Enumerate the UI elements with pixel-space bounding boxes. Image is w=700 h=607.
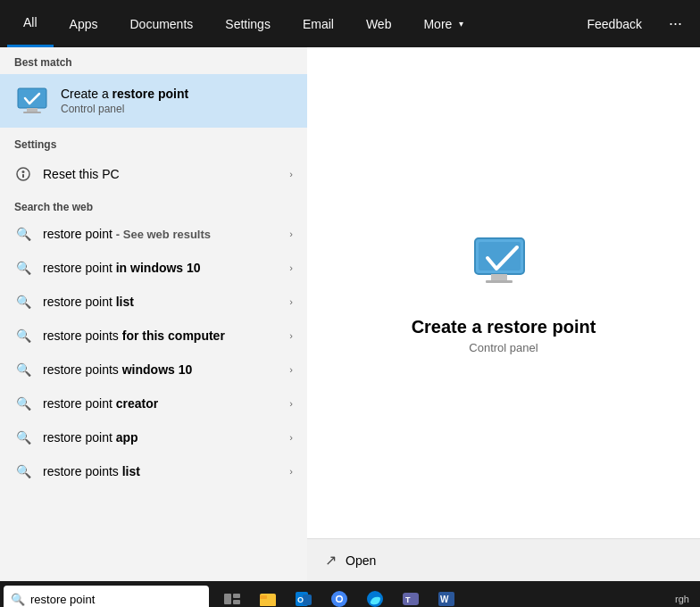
svg-rect-12	[233, 600, 240, 604]
svg-text:T: T	[405, 595, 411, 604]
tab-web[interactable]: Web	[350, 0, 408, 47]
main-content: Best match Create a restore point Contro…	[0, 47, 700, 581]
chevron-right-icon-4: ›	[289, 364, 293, 375]
reset-pc-label: Reset this PC	[43, 167, 120, 181]
search-icon-0: 🔍	[14, 225, 32, 243]
right-panel-title: Create a restore point	[412, 317, 596, 337]
settings-label: Settings	[0, 129, 307, 156]
chevron-right-icon-1: ›	[289, 262, 293, 273]
svg-rect-15	[260, 595, 267, 599]
search-icon-2: 🔍	[14, 293, 32, 311]
chevron-right-icon-7: ›	[289, 466, 293, 477]
taskbar-icons: O T W	[216, 583, 462, 607]
search-icon-5: 🔍	[14, 395, 32, 412]
svg-rect-10	[224, 594, 231, 604]
taskbar-teams-icon[interactable]: T	[395, 583, 427, 607]
search-icon-3: 🔍	[14, 327, 32, 345]
chevron-right-icon-3: ›	[289, 330, 293, 341]
web-item-6[interactable]: 🔍 restore point app ›	[0, 420, 307, 454]
right-panel: Create a restore point Control panel ↗ O…	[307, 47, 700, 581]
taskbar-chrome-icon[interactable]	[323, 583, 355, 607]
taskbar-word-icon[interactable]: W	[430, 583, 462, 607]
feedback-button[interactable]: Feedback	[571, 0, 658, 47]
chevron-right-icon-6: ›	[289, 432, 293, 443]
search-icon-7: 🔍	[14, 462, 32, 480]
tab-apps[interactable]: Apps	[54, 0, 114, 47]
web-item-text-3: restore points for this computer	[43, 328, 225, 343]
search-icon-6: 🔍	[14, 428, 32, 446]
web-item-text-4: restore points windows 10	[43, 362, 192, 377]
svg-text:W: W	[440, 595, 449, 604]
web-item-5[interactable]: 🔍 restore point creator ›	[0, 387, 307, 420]
search-icon-1: 🔍	[14, 259, 32, 277]
right-panel-subtitle: Control panel	[469, 341, 538, 354]
reset-pc-item[interactable]: Reset this PC ›	[0, 156, 307, 192]
svg-point-21	[338, 597, 342, 602]
taskbar-time: rgh	[675, 594, 689, 604]
svg-rect-1	[27, 108, 38, 112]
control-panel-icon	[14, 83, 50, 119]
web-item-text-0: restore point- See web results	[43, 227, 211, 241]
svg-text:O: O	[297, 595, 304, 604]
chevron-right-icon-2: ›	[289, 296, 293, 307]
best-match-label: Best match	[0, 47, 307, 74]
open-icon: ↗	[325, 552, 337, 569]
svg-rect-8	[491, 274, 507, 280]
tab-email[interactable]: Email	[287, 0, 350, 47]
reset-pc-icon	[14, 165, 32, 183]
web-item-3[interactable]: 🔍 restore points for this computer ›	[0, 319, 307, 353]
svg-rect-0	[18, 88, 46, 108]
left-panel: Best match Create a restore point Contro…	[0, 47, 307, 581]
taskbar-right: rgh	[675, 594, 696, 604]
tab-more[interactable]: More ▾	[407, 0, 479, 47]
best-match-subtitle: Control panel	[61, 103, 188, 115]
tab-settings[interactable]: Settings	[209, 0, 287, 47]
taskbar: 🔍 restore point O	[0, 581, 700, 607]
taskbar-outlook-icon[interactable]: O	[288, 583, 320, 607]
web-item-0[interactable]: 🔍 restore point- See web results ›	[0, 217, 307, 251]
restore-point-large-icon	[468, 231, 539, 303]
taskbar-search-icon: 🔍	[11, 593, 25, 606]
chevron-right-icon-0: ›	[289, 229, 293, 239]
svg-rect-17	[303, 595, 312, 605]
taskbar-explorer-icon[interactable]	[252, 583, 284, 607]
taskbar-search[interactable]: 🔍 restore point	[4, 586, 209, 607]
web-item-text-6: restore point app	[43, 430, 138, 445]
best-match-title: Create a restore point	[61, 87, 188, 101]
svg-rect-9	[486, 280, 512, 283]
svg-rect-11	[233, 594, 240, 598]
web-section-label: Search the web	[0, 192, 307, 217]
svg-point-4	[22, 170, 25, 173]
tab-documents[interactable]: Documents	[113, 0, 209, 47]
web-item-text-7: restore points list	[43, 464, 140, 478]
web-item-text-1: restore point in windows 10	[43, 261, 201, 275]
open-label: Open	[346, 553, 376, 568]
taskbar-edge-icon[interactable]	[359, 583, 391, 607]
open-button[interactable]: ↗ Open	[307, 539, 700, 581]
web-item-text-5: restore point creator	[43, 396, 158, 411]
best-match-item[interactable]: Create a restore point Control panel	[0, 74, 307, 128]
best-match-text: Create a restore point Control panel	[61, 87, 188, 115]
more-options-button[interactable]: ···	[658, 0, 693, 47]
chevron-right-icon-5: ›	[289, 398, 293, 409]
web-item-4[interactable]: 🔍 restore points windows 10 ›	[0, 353, 307, 387]
web-item-1[interactable]: 🔍 restore point in windows 10 ›	[0, 251, 307, 285]
web-item-text-2: restore point list	[43, 295, 134, 309]
taskbar-search-text: restore point	[30, 593, 95, 606]
web-item-2[interactable]: 🔍 restore point list ›	[0, 285, 307, 319]
web-item-7[interactable]: 🔍 restore points list ›	[0, 454, 307, 488]
svg-rect-2	[23, 112, 41, 113]
search-icon-4: 🔍	[14, 361, 32, 378]
chevron-down-icon: ▾	[459, 19, 463, 29]
tab-all[interactable]: All	[7, 0, 54, 47]
right-detail-area: Create a restore point Control panel	[394, 47, 614, 538]
svg-rect-5	[22, 174, 24, 178]
top-nav: All Apps Documents Settings Email Web Mo…	[0, 0, 700, 47]
taskbar-taskview-icon[interactable]	[216, 583, 248, 607]
chevron-right-icon: ›	[289, 169, 293, 179]
